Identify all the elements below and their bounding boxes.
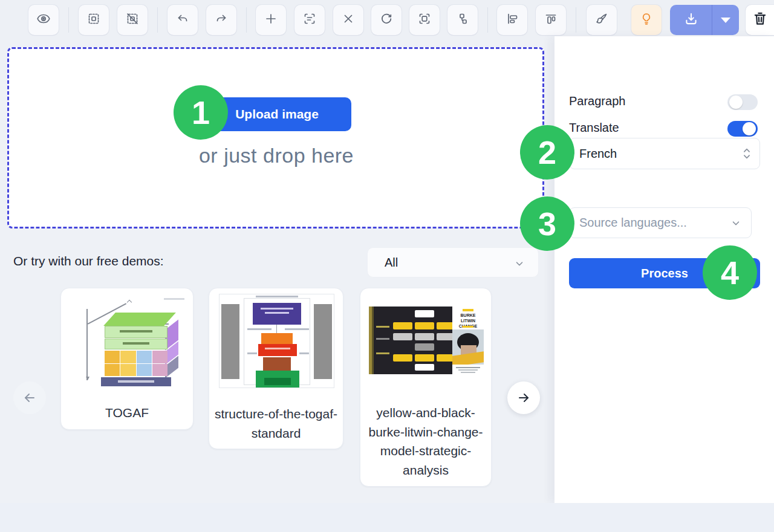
upload-image-label: Upload image <box>235 107 319 122</box>
lightbulb-icon <box>639 11 654 28</box>
download-options-button[interactable] <box>712 5 738 35</box>
drop-hint-text: or just drop here <box>98 144 455 167</box>
arrow-left-icon <box>22 391 37 405</box>
toggle-knob <box>743 122 756 135</box>
demo-card-label: structure-of-the-togaf-standard <box>209 404 343 443</box>
chevron-down-icon <box>730 218 741 229</box>
style-brush-button[interactable] <box>587 5 617 35</box>
ocr-text-button[interactable] <box>294 5 325 35</box>
undo-button[interactable] <box>167 5 198 35</box>
translate-label: Translate <box>569 121 619 135</box>
demo-filter-select[interactable]: All <box>367 247 539 277</box>
step-badge-2: 2 <box>520 125 574 180</box>
toolbar-separator <box>246 7 247 33</box>
paragraph-label: Paragraph <box>569 94 625 108</box>
translate-toggle[interactable] <box>727 121 758 137</box>
step-badge-3: 3 <box>520 196 574 251</box>
download-split-button <box>670 5 739 35</box>
target-language-select[interactable]: French <box>569 138 760 169</box>
detect-regions-button[interactable] <box>409 5 440 35</box>
demo-thumbnail-togaf <box>70 293 186 385</box>
toolbar-separator <box>576 7 576 33</box>
tips-button[interactable] <box>631 5 662 35</box>
toolbar-separator <box>68 7 69 33</box>
demo-card-label: yellow-and-black-burke-litwin-change-mod… <box>360 403 491 479</box>
download-button[interactable] <box>670 5 712 35</box>
align-top-icon <box>544 11 558 28</box>
demos-heading: Or try with our free demos: <box>13 254 164 268</box>
shapes-icon <box>455 11 470 28</box>
add-text-button[interactable] <box>256 5 286 35</box>
step-number: 2 <box>538 134 556 171</box>
step-number: 4 <box>721 254 739 291</box>
region-scan-icon <box>417 11 432 28</box>
preview-button[interactable] <box>28 5 59 35</box>
plus-icon <box>264 11 278 28</box>
demo-thumbnail-togaf-structure <box>219 294 334 388</box>
step-number: 1 <box>192 94 210 131</box>
redo-icon <box>214 11 229 28</box>
select-regions-button[interactable] <box>79 5 109 35</box>
arrow-right-icon <box>516 391 531 405</box>
group-shapes-button[interactable] <box>447 5 478 35</box>
source-language-placeholder: Source languages... <box>579 216 687 230</box>
select-regions-icon <box>86 11 101 28</box>
download-icon <box>683 11 699 29</box>
delete-region-button[interactable] <box>333 5 363 35</box>
deselect-regions-button[interactable] <box>117 5 148 35</box>
demo-card-togaf-structure[interactable]: structure-of-the-togaf-standard <box>209 288 343 449</box>
chevron-down-icon <box>514 258 525 269</box>
source-language-select[interactable]: Source languages... <box>569 207 752 238</box>
toggle-knob <box>729 96 743 109</box>
demo-card-togaf[interactable]: TOGAF <box>60 288 194 430</box>
bottom-strip <box>0 503 774 532</box>
step-badge-1: 1 <box>174 85 228 140</box>
caret-down-icon <box>721 18 730 23</box>
brush-icon <box>594 11 609 28</box>
process-label: Process <box>641 267 688 281</box>
carousel-prev-button[interactable] <box>13 381 46 414</box>
step-number: 3 <box>538 205 556 242</box>
step-badge-4: 4 <box>703 245 757 300</box>
redo-button[interactable] <box>206 5 236 35</box>
target-language-value: French <box>579 147 617 161</box>
delete-all-button[interactable] <box>746 5 774 35</box>
text-scan-icon <box>302 11 317 28</box>
trash-icon <box>752 11 768 29</box>
toolbar-separator <box>157 7 158 33</box>
carousel-next-button[interactable] <box>507 381 540 414</box>
close-x-icon <box>341 11 356 28</box>
align-left-button[interactable] <box>497 5 527 35</box>
toolbar-separator <box>487 7 488 33</box>
align-left-icon <box>505 11 519 28</box>
deselect-regions-icon <box>125 11 140 28</box>
paragraph-toggle[interactable] <box>727 94 758 110</box>
demo-thumbnail-burke-litwin: BURKE LITWIN CHANGE MODEL <box>369 307 484 374</box>
demo-filter-value: All <box>385 256 398 270</box>
undo-icon <box>175 11 190 28</box>
align-top-button[interactable] <box>536 5 566 35</box>
refresh-icon <box>379 11 394 28</box>
toolbar <box>0 0 774 40</box>
upload-dropzone[interactable] <box>7 47 544 229</box>
eye-icon <box>36 11 51 28</box>
refresh-button[interactable] <box>371 5 402 35</box>
demo-card-label: TOGAF <box>61 403 193 423</box>
stepper-updown-icon <box>743 148 751 160</box>
demo-card-burke-litwin[interactable]: BURKE LITWIN CHANGE MODEL yellow-and-bla… <box>360 288 492 487</box>
